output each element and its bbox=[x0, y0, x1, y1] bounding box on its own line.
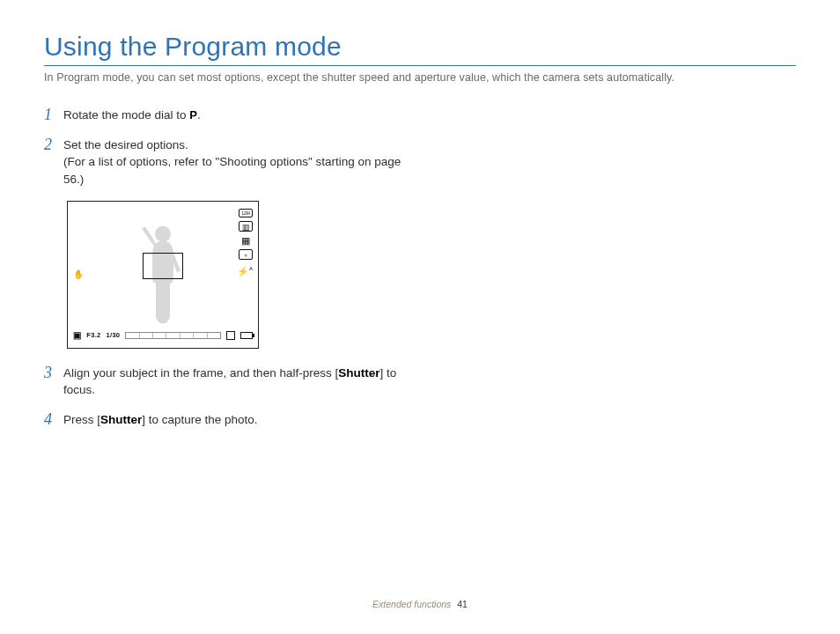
shutter-value: 1/30 bbox=[107, 331, 121, 341]
shutter-label: Shutter bbox=[338, 366, 379, 380]
mode-p-icon: P bbox=[189, 108, 197, 122]
footer-section: Extended functions bbox=[372, 599, 451, 609]
step-text: Press [ bbox=[63, 413, 100, 426]
drive-mode-icon: ▣ bbox=[73, 329, 81, 343]
lcd-bottom-row: ▣ F3.2 1/30 bbox=[73, 329, 253, 343]
step-3: 3 Align your subject in the frame, and t… bbox=[44, 365, 414, 399]
step-text-sub: (For a list of options, refer to "Shooti… bbox=[63, 155, 401, 186]
intro-text: In Program mode, you can set most option… bbox=[44, 71, 796, 84]
step-text-tail: ] to capture the photo. bbox=[142, 413, 257, 426]
page-title: Using the Program mode bbox=[44, 32, 796, 62]
flash-auto-icon: ⚡A bbox=[237, 263, 253, 274]
step-body: Press [Shutter] to capture the photo. bbox=[63, 411, 414, 429]
page-footer: Extended functions 41 bbox=[0, 599, 840, 609]
step-text: Rotate the mode dial to bbox=[63, 108, 189, 122]
steps-list: 1 Rotate the mode dial to P. 2 Set the d… bbox=[44, 107, 414, 428]
step-2: 2 Set the desired options. (For a list o… bbox=[44, 136, 414, 188]
battery-icon bbox=[240, 332, 253, 339]
step-number: 2 bbox=[44, 136, 63, 154]
step-number: 3 bbox=[44, 365, 63, 382]
step-number: 1 bbox=[44, 107, 63, 124]
step-text: Set the desired options. bbox=[63, 138, 188, 151]
shutter-label: Shutter bbox=[100, 413, 142, 426]
title-rule bbox=[44, 65, 796, 66]
step-text: Align your subject in the frame, and the… bbox=[63, 366, 338, 380]
stabilizer-icon: ✋ bbox=[73, 268, 84, 281]
step-body: Rotate the mode dial to P. bbox=[63, 107, 414, 124]
camera-lcd-diagram: 12M ▥ ▦ ▫ ⚡A ✋ ▣ F3.2 1/30 bbox=[67, 201, 259, 349]
focus-frame-icon bbox=[143, 253, 183, 279]
step-1: 1 Rotate the mode dial to P. bbox=[44, 107, 414, 124]
quality-icon: ▥ bbox=[239, 221, 253, 232]
exposure-meter-icon bbox=[125, 332, 221, 339]
step-number: 4 bbox=[44, 411, 63, 429]
footer-page-number: 41 bbox=[457, 599, 468, 609]
step-body: Set the desired options. (For a list of … bbox=[63, 136, 414, 188]
step-4: 4 Press [Shutter] to capture the photo. bbox=[44, 411, 414, 429]
image-size-icon: 12M bbox=[239, 209, 253, 217]
step-body: Align your subject in the frame, and the… bbox=[63, 365, 414, 399]
storage-icon bbox=[226, 331, 235, 340]
focus-area-icon: ▫ bbox=[239, 249, 253, 260]
step-text-tail: . bbox=[197, 108, 201, 122]
svg-point-0 bbox=[155, 225, 171, 241]
lcd-right-icon-column: 12M ▥ ▦ ▫ ⚡A bbox=[237, 209, 253, 274]
aperture-value: F3.2 bbox=[86, 331, 100, 341]
lcd-diagram-item: 12M ▥ ▦ ▫ ⚡A ✋ ▣ F3.2 1/30 bbox=[44, 201, 414, 349]
metering-icon: ▦ bbox=[239, 235, 253, 246]
